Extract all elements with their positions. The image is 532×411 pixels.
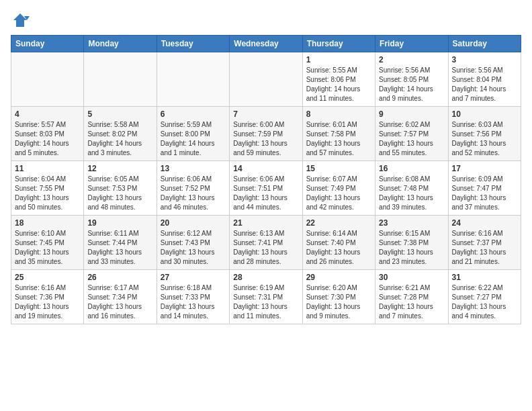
calendar-cell (84, 52, 157, 107)
day-number: 12 (87, 164, 152, 173)
calendar-cell: 6Sunrise: 5:59 AM Sunset: 8:00 PM Daylig… (157, 107, 229, 161)
day-detail: Sunrise: 6:09 AM Sunset: 7:47 PM Dayligh… (452, 175, 517, 212)
day-number: 20 (161, 218, 226, 228)
calendar-cell: 30Sunrise: 6:21 AM Sunset: 7:28 PM Dayli… (375, 270, 448, 324)
weekday-header-monday: Monday (84, 36, 157, 52)
day-number: 19 (87, 218, 152, 228)
calendar-week-3: 11Sunrise: 6:04 AM Sunset: 7:55 PM Dayli… (11, 161, 521, 216)
day-number: 26 (87, 273, 152, 282)
calendar-cell: 7Sunrise: 6:00 AM Sunset: 7:59 PM Daylig… (230, 107, 302, 161)
calendar-cell: 31Sunrise: 6:22 AM Sunset: 7:27 PM Dayli… (448, 270, 521, 324)
day-detail: Sunrise: 6:03 AM Sunset: 7:56 PM Dayligh… (452, 120, 517, 158)
calendar-cell: 12Sunrise: 6:05 AM Sunset: 7:53 PM Dayli… (84, 161, 157, 216)
day-number: 25 (15, 273, 80, 282)
day-number: 27 (161, 273, 226, 282)
calendar-cell: 8Sunrise: 6:01 AM Sunset: 7:58 PM Daylig… (302, 107, 375, 161)
weekday-header-row: SundayMondayTuesdayWednesdayThursdayFrid… (11, 36, 521, 52)
calendar-cell: 5Sunrise: 5:58 AM Sunset: 8:02 PM Daylig… (84, 107, 157, 161)
day-number: 6 (161, 109, 226, 119)
day-number: 3 (452, 55, 517, 64)
day-number: 2 (379, 55, 444, 64)
day-detail: Sunrise: 6:13 AM Sunset: 7:41 PM Dayligh… (233, 229, 298, 267)
day-number: 5 (87, 109, 152, 119)
day-detail: Sunrise: 6:15 AM Sunset: 7:38 PM Dayligh… (379, 229, 444, 267)
weekday-header-friday: Friday (375, 36, 448, 52)
day-number: 29 (306, 273, 371, 282)
day-number: 1 (306, 55, 371, 64)
day-number: 21 (233, 218, 298, 228)
day-number: 17 (452, 164, 517, 173)
weekday-header-saturday: Saturday (448, 36, 521, 52)
day-detail: Sunrise: 6:21 AM Sunset: 7:28 PM Dayligh… (379, 283, 444, 321)
day-number: 8 (306, 109, 371, 119)
calendar-cell: 3Sunrise: 5:56 AM Sunset: 8:04 PM Daylig… (448, 52, 521, 107)
day-detail: Sunrise: 6:10 AM Sunset: 7:45 PM Dayligh… (15, 229, 80, 267)
day-number: 31 (452, 273, 517, 282)
calendar-cell: 4Sunrise: 5:57 AM Sunset: 8:03 PM Daylig… (11, 107, 84, 161)
weekday-header-wednesday: Wednesday (230, 36, 302, 52)
calendar-cell: 25Sunrise: 6:16 AM Sunset: 7:36 PM Dayli… (11, 270, 84, 324)
day-detail: Sunrise: 6:11 AM Sunset: 7:44 PM Dayligh… (87, 229, 152, 267)
day-detail: Sunrise: 6:06 AM Sunset: 7:52 PM Dayligh… (161, 175, 226, 212)
day-detail: Sunrise: 6:04 AM Sunset: 7:55 PM Dayligh… (15, 175, 80, 212)
day-number: 23 (379, 218, 444, 228)
calendar-cell: 22Sunrise: 6:14 AM Sunset: 7:40 PM Dayli… (302, 216, 375, 270)
calendar-week-1: 1Sunrise: 5:55 AM Sunset: 8:06 PM Daylig… (11, 52, 521, 107)
calendar-cell: 23Sunrise: 6:15 AM Sunset: 7:38 PM Dayli… (375, 216, 448, 270)
calendar-week-4: 18Sunrise: 6:10 AM Sunset: 7:45 PM Dayli… (11, 216, 521, 270)
day-detail: Sunrise: 6:12 AM Sunset: 7:43 PM Dayligh… (161, 229, 226, 267)
day-detail: Sunrise: 6:20 AM Sunset: 7:30 PM Dayligh… (306, 283, 371, 321)
logo (11, 11, 32, 30)
calendar-cell: 19Sunrise: 6:11 AM Sunset: 7:44 PM Dayli… (84, 216, 157, 270)
day-detail: Sunrise: 6:00 AM Sunset: 7:59 PM Dayligh… (233, 120, 298, 158)
calendar-cell: 16Sunrise: 6:08 AM Sunset: 7:48 PM Dayli… (375, 161, 448, 216)
calendar-cell: 2Sunrise: 5:56 AM Sunset: 8:05 PM Daylig… (375, 52, 448, 107)
day-detail: Sunrise: 6:07 AM Sunset: 7:49 PM Dayligh… (306, 175, 371, 212)
day-detail: Sunrise: 6:16 AM Sunset: 7:36 PM Dayligh… (15, 283, 80, 321)
day-number: 15 (306, 164, 371, 173)
day-detail: Sunrise: 5:57 AM Sunset: 8:03 PM Dayligh… (15, 120, 80, 158)
day-number: 24 (452, 218, 517, 228)
day-detail: Sunrise: 6:19 AM Sunset: 7:31 PM Dayligh… (233, 283, 298, 321)
calendar-cell: 13Sunrise: 6:06 AM Sunset: 7:52 PM Dayli… (157, 161, 229, 216)
day-number: 10 (452, 109, 517, 119)
day-detail: Sunrise: 6:06 AM Sunset: 7:51 PM Dayligh… (233, 175, 298, 212)
calendar-cell: 11Sunrise: 6:04 AM Sunset: 7:55 PM Dayli… (11, 161, 84, 216)
calendar-week-5: 25Sunrise: 6:16 AM Sunset: 7:36 PM Dayli… (11, 270, 521, 324)
day-detail: Sunrise: 5:55 AM Sunset: 8:06 PM Dayligh… (306, 66, 371, 103)
calendar-cell: 28Sunrise: 6:19 AM Sunset: 7:31 PM Dayli… (230, 270, 302, 324)
day-detail: Sunrise: 6:14 AM Sunset: 7:40 PM Dayligh… (306, 229, 371, 267)
day-number: 30 (379, 273, 444, 282)
calendar-cell: 24Sunrise: 6:16 AM Sunset: 7:37 PM Dayli… (448, 216, 521, 270)
day-detail: Sunrise: 6:05 AM Sunset: 7:53 PM Dayligh… (87, 175, 152, 212)
calendar-cell (230, 52, 302, 107)
day-number: 16 (379, 164, 444, 173)
calendar-cell: 29Sunrise: 6:20 AM Sunset: 7:30 PM Dayli… (302, 270, 375, 324)
page-header (11, 11, 521, 30)
calendar-cell (157, 52, 229, 107)
calendar-cell (11, 52, 84, 107)
day-number: 4 (15, 109, 80, 119)
day-detail: Sunrise: 5:56 AM Sunset: 8:05 PM Dayligh… (379, 66, 444, 103)
day-detail: Sunrise: 5:58 AM Sunset: 8:02 PM Dayligh… (87, 120, 152, 158)
calendar-cell: 21Sunrise: 6:13 AM Sunset: 7:41 PM Dayli… (230, 216, 302, 270)
weekday-header-sunday: Sunday (11, 36, 84, 52)
logo-icon (11, 11, 30, 30)
day-number: 7 (233, 109, 298, 119)
calendar-table: SundayMondayTuesdayWednesdayThursdayFrid… (11, 35, 521, 324)
day-detail: Sunrise: 6:02 AM Sunset: 7:57 PM Dayligh… (379, 120, 444, 158)
day-number: 22 (306, 218, 371, 228)
calendar-cell: 1Sunrise: 5:55 AM Sunset: 8:06 PM Daylig… (302, 52, 375, 107)
day-detail: Sunrise: 6:08 AM Sunset: 7:48 PM Dayligh… (379, 175, 444, 212)
calendar-cell: 14Sunrise: 6:06 AM Sunset: 7:51 PM Dayli… (230, 161, 302, 216)
day-detail: Sunrise: 6:01 AM Sunset: 7:58 PM Dayligh… (306, 120, 371, 158)
calendar-cell: 26Sunrise: 6:17 AM Sunset: 7:34 PM Dayli… (84, 270, 157, 324)
weekday-header-tuesday: Tuesday (157, 36, 229, 52)
calendar-cell: 27Sunrise: 6:18 AM Sunset: 7:33 PM Dayli… (157, 270, 229, 324)
day-detail: Sunrise: 6:22 AM Sunset: 7:27 PM Dayligh… (452, 283, 517, 321)
calendar-cell: 18Sunrise: 6:10 AM Sunset: 7:45 PM Dayli… (11, 216, 84, 270)
calendar-cell: 15Sunrise: 6:07 AM Sunset: 7:49 PM Dayli… (302, 161, 375, 216)
day-detail: Sunrise: 5:59 AM Sunset: 8:00 PM Dayligh… (161, 120, 226, 158)
day-number: 9 (379, 109, 444, 119)
day-detail: Sunrise: 5:56 AM Sunset: 8:04 PM Dayligh… (452, 66, 517, 103)
